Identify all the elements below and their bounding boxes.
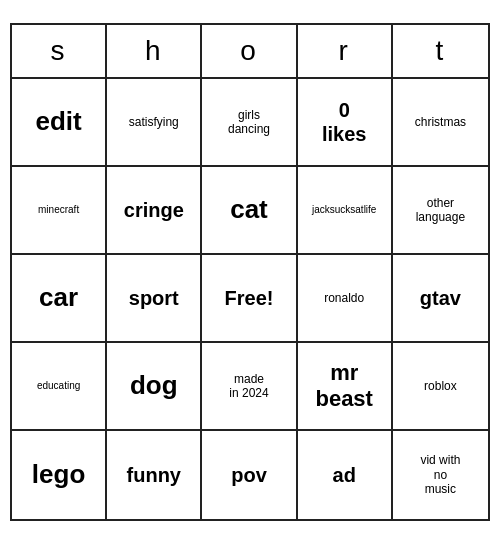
cell-text-12: Free!: [225, 286, 274, 310]
cell-text-15: educating: [37, 380, 80, 392]
bingo-cell-17[interactable]: madein 2024: [202, 343, 297, 431]
bingo-grid: editsatisfyinggirlsdancing0likeschristma…: [12, 79, 488, 519]
cell-text-24: vid withnomusic: [420, 453, 460, 496]
header-letter-h: h: [107, 25, 202, 77]
bingo-header: short: [12, 25, 488, 79]
bingo-cell-8[interactable]: jacksucksatlife: [298, 167, 393, 255]
bingo-cell-9[interactable]: otherlanguage: [393, 167, 488, 255]
header-letter-r: r: [298, 25, 393, 77]
cell-text-5: minecraft: [38, 204, 79, 216]
bingo-cell-11[interactable]: sport: [107, 255, 202, 343]
cell-text-19: roblox: [424, 379, 457, 393]
cell-text-17: madein 2024: [229, 372, 268, 401]
cell-text-2: girlsdancing: [228, 108, 270, 137]
header-letter-o: o: [202, 25, 297, 77]
bingo-cell-6[interactable]: cringe: [107, 167, 202, 255]
cell-text-20: lego: [32, 459, 85, 490]
cell-text-14: gtav: [420, 286, 461, 310]
bingo-cell-13[interactable]: ronaldo: [298, 255, 393, 343]
cell-text-16: dog: [130, 370, 178, 401]
bingo-cell-12[interactable]: Free!: [202, 255, 297, 343]
cell-text-7: cat: [230, 194, 268, 225]
header-letter-t: t: [393, 25, 488, 77]
bingo-cell-14[interactable]: gtav: [393, 255, 488, 343]
bingo-cell-5[interactable]: minecraft: [12, 167, 107, 255]
cell-text-22: pov: [231, 463, 267, 487]
cell-text-13: ronaldo: [324, 291, 364, 305]
cell-text-6: cringe: [124, 198, 184, 222]
cell-text-21: funny: [127, 463, 181, 487]
bingo-card: short editsatisfyinggirlsdancing0likesch…: [10, 23, 490, 521]
header-letter-s: s: [12, 25, 107, 77]
cell-text-9: otherlanguage: [416, 196, 465, 225]
bingo-cell-23[interactable]: ad: [298, 431, 393, 519]
cell-text-4: christmas: [415, 115, 466, 129]
bingo-cell-4[interactable]: christmas: [393, 79, 488, 167]
bingo-cell-20[interactable]: lego: [12, 431, 107, 519]
cell-text-11: sport: [129, 286, 179, 310]
cell-text-10: car: [39, 282, 78, 313]
bingo-cell-2[interactable]: girlsdancing: [202, 79, 297, 167]
bingo-cell-24[interactable]: vid withnomusic: [393, 431, 488, 519]
cell-text-0: edit: [35, 106, 81, 137]
cell-text-3: 0likes: [322, 98, 366, 146]
cell-text-1: satisfying: [129, 115, 179, 129]
bingo-cell-1[interactable]: satisfying: [107, 79, 202, 167]
bingo-cell-15[interactable]: educating: [12, 343, 107, 431]
cell-text-8: jacksucksatlife: [312, 204, 376, 216]
bingo-cell-10[interactable]: car: [12, 255, 107, 343]
bingo-cell-16[interactable]: dog: [107, 343, 202, 431]
bingo-cell-7[interactable]: cat: [202, 167, 297, 255]
bingo-cell-0[interactable]: edit: [12, 79, 107, 167]
bingo-cell-22[interactable]: pov: [202, 431, 297, 519]
cell-text-23: ad: [333, 463, 356, 487]
bingo-cell-19[interactable]: roblox: [393, 343, 488, 431]
bingo-cell-3[interactable]: 0likes: [298, 79, 393, 167]
bingo-cell-21[interactable]: funny: [107, 431, 202, 519]
bingo-cell-18[interactable]: mrbeast: [298, 343, 393, 431]
cell-text-18: mrbeast: [315, 360, 372, 413]
